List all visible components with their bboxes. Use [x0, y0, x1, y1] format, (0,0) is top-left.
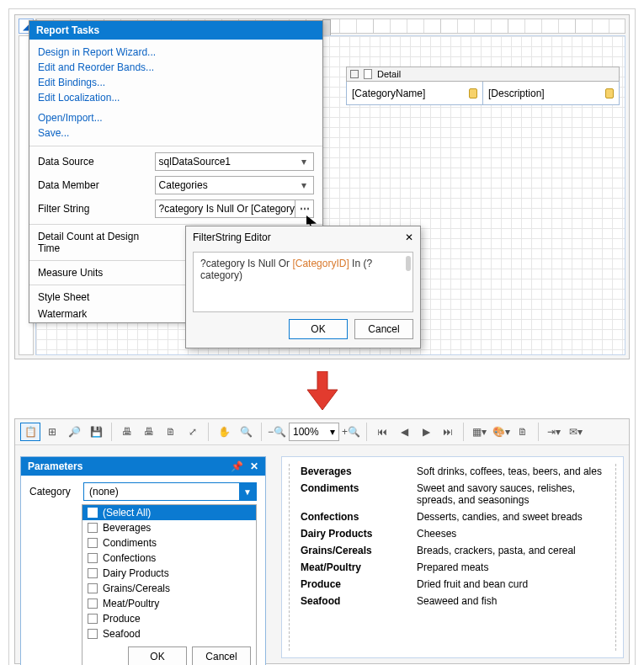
link-edit-bindings[interactable]: Edit Bindings... [38, 75, 314, 90]
table-row: CondimentsSweet and savory sauces, relis… [301, 482, 611, 506]
first-page-button[interactable]: ⏮ [372, 423, 392, 441]
db-icon [605, 88, 614, 98]
page-setup-button[interactable]: 🗎 [161, 423, 181, 441]
input-filter-string[interactable]: ?category Is Null Or [Category ⋯ [155, 200, 314, 218]
category-dropdown-list[interactable]: (Select All) BeveragesCondimentsConfecti… [82, 504, 257, 665]
last-page-button[interactable]: ⏭ [438, 423, 458, 441]
preview-page[interactable]: BeveragesSoft drinks, coffees, teas, bee… [281, 456, 624, 658]
zoom-in-button[interactable]: +🔍 [341, 423, 361, 441]
preview-toolbar: 📋 ⊞ 🔎 💾 🖶 🖶 🗎 ⤢ ✋ 🔍 −🔍 100%▾ +🔍 ⏮ ◀ ▶ ⏭ [15, 419, 629, 445]
field-categoryname[interactable]: [CategoryName] [347, 82, 483, 104]
table-row: SeafoodSeaweed and fish [301, 595, 611, 607]
category-label: Category [29, 486, 78, 497]
band-header[interactable]: Detail [346, 66, 620, 82]
filter-string-ellipsis-button[interactable]: ⋯ [295, 200, 313, 217]
table-row: Dairy ProductsCheeses [301, 528, 611, 540]
checkbox-icon[interactable] [88, 538, 98, 548]
checkbox-icon[interactable] [88, 598, 98, 609]
zoom-out-button[interactable]: −🔍 [267, 423, 287, 441]
prev-page-button[interactable]: ◀ [394, 423, 414, 441]
label-data-source: Data Source [29, 150, 146, 173]
dialog-title: FilterString Editor [193, 231, 271, 243]
flow-arrow-icon [14, 359, 630, 418]
chevron-down-icon: ▾ [298, 156, 310, 168]
label-data-member: Data Member [29, 173, 146, 197]
export-button[interactable]: ⇥▾ [544, 423, 564, 441]
list-cancel-button[interactable]: Cancel [192, 646, 251, 665]
ok-button[interactable]: OK [289, 319, 348, 339]
close-icon[interactable]: ✕ [250, 460, 258, 472]
parameters-panel-toggle[interactable]: 📋 [20, 423, 40, 441]
label-measure-units: Measure Units [29, 264, 156, 281]
cancel-button[interactable]: Cancel [354, 319, 413, 339]
label-detail-count: Detail Count at Design Time [29, 228, 156, 257]
list-item[interactable]: Beverages [82, 520, 256, 535]
multipage-button[interactable]: ▦▾ [469, 423, 489, 441]
quick-print-button[interactable]: 🖶 [139, 423, 159, 441]
collapse-icon[interactable] [350, 70, 359, 78]
checkbox-icon[interactable] [88, 568, 98, 578]
zoom-combo[interactable]: 100%▾ [289, 423, 339, 441]
print-button[interactable]: 🖶 [117, 423, 137, 441]
link-edit-localization[interactable]: Edit Localization... [38, 90, 314, 105]
list-item[interactable]: Meat/Poultry [82, 596, 256, 611]
field-description[interactable]: [Description] [483, 82, 619, 104]
label-style-sheet: Style Sheet [29, 289, 156, 306]
table-row: Meat/PoultryPrepared meats [301, 561, 611, 573]
link-save[interactable]: Save... [38, 125, 314, 141]
list-item[interactable]: Confections [82, 551, 256, 566]
save-button[interactable]: 💾 [86, 423, 106, 441]
list-item[interactable]: Condiments [82, 535, 256, 551]
background-color-button[interactable]: 🎨▾ [491, 423, 511, 441]
link-edit-bands[interactable]: Edit and Reorder Bands... [38, 60, 314, 75]
report-designer-surface: ◢ Detail [CategoryName] [Description] [14, 14, 630, 359]
find-button[interactable]: 🔎 [64, 423, 84, 441]
list-item[interactable]: Produce [82, 611, 256, 626]
checkbox-icon[interactable] [88, 614, 98, 624]
panel-title-text: Parameters [28, 460, 82, 472]
filter-string-editor-dialog: FilterString Editor ✕ ?category Is Null … [185, 226, 421, 348]
label-filter-string: Filter String [29, 197, 146, 221]
send-button[interactable]: ✉▾ [566, 423, 586, 441]
list-item[interactable]: Seafood [82, 626, 256, 641]
list-ok-button[interactable]: OK [128, 646, 187, 665]
scrollbar-thumb[interactable] [406, 256, 411, 271]
label-watermark: Watermark [29, 306, 156, 322]
checkbox-icon[interactable] [88, 523, 98, 533]
checkbox-icon[interactable] [88, 629, 98, 639]
chevron-down-icon: ▾ [298, 179, 310, 191]
table-row: ProduceDried fruit and bean curd [301, 578, 611, 590]
checkbox-icon[interactable] [88, 583, 98, 593]
report-preview-viewer: 📋 ⊞ 🔎 💾 🖶 🖶 🗎 ⤢ ✋ 🔍 −🔍 100%▾ +🔍 ⏮ ◀ ▶ ⏭ [14, 418, 630, 664]
list-item-select-all[interactable]: (Select All) [82, 505, 256, 520]
band-doc-icon [364, 69, 372, 79]
checkbox-icon[interactable] [88, 508, 98, 518]
scale-button[interactable]: ⤢ [183, 423, 203, 441]
filter-expression-editor[interactable]: ?category Is Null Or [CategoryID] In (?c… [193, 252, 413, 312]
link-design-wizard[interactable]: Design in Report Wizard... [38, 45, 314, 60]
next-page-button[interactable]: ▶ [416, 423, 436, 441]
watermark-button[interactable]: 🗎 [513, 423, 533, 441]
table-row: BeveragesSoft drinks, coffees, teas, bee… [301, 466, 611, 477]
parameters-panel: Parameters 📌 ✕ Category (none) ▼ (Select… [20, 456, 266, 665]
band-title: Detail [377, 69, 401, 79]
thumbnails-button[interactable]: ⊞ [42, 423, 62, 441]
combo-data-member[interactable]: Categories ▾ [155, 176, 314, 194]
hand-tool-button[interactable]: ✋ [214, 423, 234, 441]
link-open-import[interactable]: Open/Import... [38, 110, 314, 125]
combo-data-source[interactable]: sqlDataSource1 ▾ [155, 152, 314, 171]
chevron-down-icon: ▼ [239, 483, 256, 500]
table-row: ConfectionsDesserts, candies, and sweet … [301, 511, 611, 523]
pin-icon[interactable]: 📌 [231, 460, 243, 472]
panel-title: Report Tasks [29, 21, 322, 40]
detail-band[interactable]: Detail [CategoryName] [Description] [346, 66, 620, 107]
checkbox-icon[interactable] [88, 553, 98, 563]
list-item[interactable]: Grains/Cereals [82, 581, 256, 596]
table-row: Grains/CerealsBreads, crackers, pasta, a… [301, 545, 611, 556]
list-item[interactable]: Dairy Products [82, 566, 256, 581]
db-icon [469, 88, 477, 98]
magnifier-button[interactable]: 🔍 [236, 423, 256, 441]
category-combo[interactable]: (none) ▼ [83, 482, 257, 501]
close-icon[interactable]: ✕ [405, 231, 413, 243]
